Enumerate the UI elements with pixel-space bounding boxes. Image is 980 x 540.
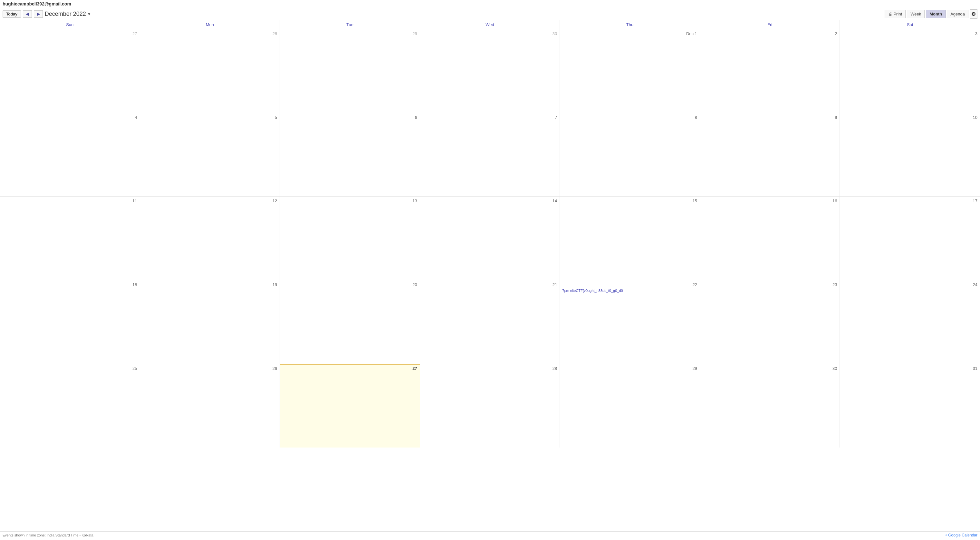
calendar-cell[interactable]: 4	[0, 113, 140, 196]
cell-date: 26	[142, 365, 278, 371]
calendar-cell[interactable]: 30	[700, 364, 840, 448]
cell-date: 14	[422, 198, 558, 204]
cell-date: 4	[1, 115, 138, 121]
day-header-fri: Fri	[700, 20, 840, 29]
calendar-cell[interactable]: 18	[0, 280, 140, 364]
calendar-cell[interactable]: 6	[280, 113, 420, 196]
calendar-cell[interactable]: 3	[840, 29, 980, 113]
cell-date: 5	[142, 115, 278, 121]
cell-date: 16	[702, 198, 838, 204]
calendar-cell[interactable]: 28	[140, 29, 280, 113]
calendar-cell[interactable]: Dec 1	[560, 29, 700, 113]
cell-date: 21	[422, 282, 558, 288]
cell-date: 3	[841, 30, 979, 37]
day-header-sat: Sat	[840, 20, 980, 29]
cell-date: 22	[561, 282, 698, 288]
calendar-cell[interactable]: 30	[420, 29, 560, 113]
cell-date: 18	[1, 282, 138, 288]
cell-date: 24	[841, 282, 979, 288]
calendar-week-1: 27 28 29 30 Dec 1 2 3	[0, 29, 980, 113]
nav-left: Today ◀ ▶ December 2022 ▼	[3, 10, 91, 18]
calendar-cell[interactable]: 26	[140, 364, 280, 448]
cell-date: Dec 1	[561, 30, 698, 37]
calendar-cell[interactable]: 21	[420, 280, 560, 364]
calendar-cell[interactable]: 23	[700, 280, 840, 364]
google-calendar-logo: + Google Calendar	[945, 533, 977, 537]
day-headers: Sun Mon Tue Wed Thu Fri Sat	[0, 20, 980, 29]
cell-date: 28	[142, 30, 278, 37]
calendar-cell[interactable]: 9	[700, 113, 840, 196]
month-title: December 2022 ▼	[45, 11, 91, 18]
calendar-cell[interactable]: 24	[840, 280, 980, 364]
calendar-cell[interactable]: 28	[420, 364, 560, 448]
nav-bar: Today ◀ ▶ December 2022 ▼ 🖨 Print Week M…	[0, 8, 980, 20]
calendar-cell[interactable]: 27	[0, 29, 140, 113]
calendar-cell[interactable]: 12	[140, 196, 280, 280]
calendar-cell[interactable]: 15	[560, 196, 700, 280]
calendar-cell[interactable]: 11	[0, 196, 140, 280]
settings-button[interactable]: ⚙	[970, 10, 977, 19]
month-view-button[interactable]: Month	[926, 10, 945, 18]
cell-date: 31	[841, 365, 979, 371]
day-header-tue: Tue	[280, 20, 420, 29]
cell-date-today: 27	[281, 365, 418, 371]
calendar-cell[interactable]: 14	[420, 196, 560, 280]
cell-date: 19	[142, 282, 278, 288]
cell-date: 29	[561, 365, 698, 371]
event-niteCTF[interactable]: 7pm niteCTF{v0ught_n33ds_t0_g0_d0	[561, 288, 698, 293]
calendar-cell[interactable]: 17	[840, 196, 980, 280]
cell-date: 30	[422, 30, 558, 37]
calendar-cell-today[interactable]: 27	[280, 364, 420, 448]
cell-date: 6	[281, 115, 418, 121]
day-header-thu: Thu	[560, 20, 700, 29]
cell-date: 2	[702, 30, 838, 37]
month-dropdown-arrow[interactable]: ▼	[87, 12, 91, 16]
cell-date: 15	[561, 198, 698, 204]
calendar-cell[interactable]: 31	[840, 364, 980, 448]
calendar-grid: 27 28 29 30 Dec 1 2 3 4 5 6 7 8 9 10 11 …	[0, 29, 980, 531]
calendar-cell[interactable]: 25	[0, 364, 140, 448]
header-bar: hughiecampbell392@gmail.com	[0, 0, 980, 8]
calendar-cell[interactable]: 13	[280, 196, 420, 280]
timezone-label: Events shown in time zone: India Standar…	[3, 533, 94, 537]
agenda-view-button[interactable]: Agenda	[947, 10, 969, 18]
today-button[interactable]: Today	[3, 10, 21, 18]
next-month-button[interactable]: ▶	[34, 10, 43, 18]
calendar-week-4: 18 19 20 21 22 7pm niteCTF{v0ught_n33ds_…	[0, 280, 980, 364]
calendar-cell[interactable]: 16	[700, 196, 840, 280]
calendar-container: Sun Mon Tue Wed Thu Fri Sat 27 28 29 30 …	[0, 20, 980, 531]
cell-date: 13	[281, 198, 418, 204]
week-view-button[interactable]: Week	[907, 10, 924, 18]
calendar-cell[interactable]: 22 7pm niteCTF{v0ught_n33ds_t0_g0_d0	[560, 280, 700, 364]
calendar-cell[interactable]: 7	[420, 113, 560, 196]
month-title-text: December 2022	[45, 11, 86, 18]
header-left: hughiecampbell392@gmail.com	[3, 1, 71, 6]
day-header-mon: Mon	[140, 20, 280, 29]
cell-date: 17	[841, 198, 979, 204]
calendar-week-3: 11 12 13 14 15 16 17	[0, 196, 980, 280]
day-header-wed: Wed	[420, 20, 560, 29]
footer: Events shown in time zone: India Standar…	[0, 531, 980, 539]
cell-date: 8	[561, 115, 698, 121]
calendar-cell[interactable]: 29	[560, 364, 700, 448]
cell-date: 25	[1, 365, 138, 371]
google-calendar-label: Google Calendar	[948, 533, 977, 537]
cell-date: 11	[1, 198, 138, 204]
cell-date: 9	[702, 115, 838, 121]
calendar-cell[interactable]: 29	[280, 29, 420, 113]
calendar-cell[interactable]: 5	[140, 113, 280, 196]
calendar-week-5: 25 26 27 28 29 30 31	[0, 364, 980, 448]
calendar-cell[interactable]: 20	[280, 280, 420, 364]
header-right: 🖨 Print Week Month Agenda ⚙	[885, 10, 977, 19]
cell-date: 30	[702, 365, 838, 371]
calendar-cell[interactable]: 10	[840, 113, 980, 196]
user-email: hughiecampbell392@gmail.com	[3, 1, 71, 6]
cell-date: 29	[281, 30, 418, 37]
prev-month-button[interactable]: ◀	[23, 10, 32, 18]
google-plus-icon: +	[945, 533, 947, 537]
print-button[interactable]: 🖨 Print	[885, 10, 905, 18]
calendar-cell[interactable]: 19	[140, 280, 280, 364]
calendar-cell[interactable]: 2	[700, 29, 840, 113]
calendar-cell[interactable]: 8	[560, 113, 700, 196]
cell-date: 27	[1, 30, 138, 37]
